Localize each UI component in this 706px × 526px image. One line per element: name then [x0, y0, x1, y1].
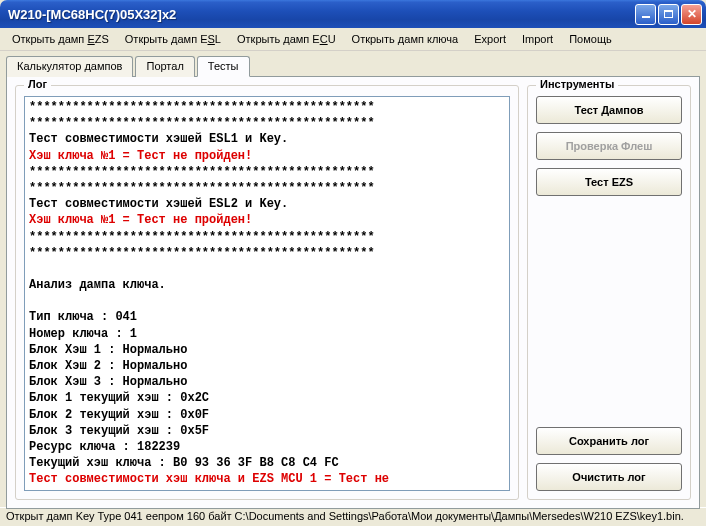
status-text: Открыт дамп Key Type 041 еепром 160 байт… — [6, 510, 684, 522]
log-textarea[interactable]: ****************************************… — [24, 96, 510, 491]
log-line: Блок Хэш 3 : Нормально — [29, 374, 505, 390]
log-line: Анализ дампа ключа. — [29, 277, 505, 293]
log-line: Тип ключа : 041 — [29, 309, 505, 325]
log-line: Тест совместимости хэш ключа и EZS MCU 1… — [29, 471, 505, 487]
log-line: Ресурс ключа : 182239 — [29, 439, 505, 455]
tab-portal[interactable]: Портал — [135, 56, 194, 77]
log-line: ****************************************… — [29, 164, 505, 180]
tab-calculator[interactable]: Калькулятор дампов — [6, 56, 133, 77]
log-groupbox: Лог ************************************… — [15, 85, 519, 500]
log-line — [29, 293, 505, 309]
menu-import[interactable]: Import — [516, 31, 559, 47]
menubar: Открыть дамп EZS Открыть дамп ESL Открыт… — [0, 28, 706, 51]
log-line: Хэш ключа №1 = Тест не пройден! — [29, 148, 505, 164]
client-area: Калькулятор дампов Портал Тесты Лог ****… — [0, 51, 706, 507]
menu-export[interactable]: Export — [468, 31, 512, 47]
tab-panel-tests: Лог ************************************… — [6, 76, 700, 509]
menu-open-esl[interactable]: Открыть дамп ESL — [119, 31, 227, 47]
log-line: ****************************************… — [29, 180, 505, 196]
log-line: ****************************************… — [29, 99, 505, 115]
log-line: Блок 2 текущий хэш : 0x0F — [29, 407, 505, 423]
tabstrip: Калькулятор дампов Портал Тесты — [6, 56, 700, 77]
log-line: ****************************************… — [29, 229, 505, 245]
test-dumps-button[interactable]: Тест Дампов — [536, 96, 682, 124]
statusbar: Открыт дамп Key Type 041 еепром 160 байт… — [0, 507, 706, 526]
log-line: Блок Хэш 2 : Нормально — [29, 358, 505, 374]
titlebar: W210-[MC68HC(7)05X32]x2 ✕ — [0, 0, 706, 28]
minimize-button[interactable] — [635, 4, 656, 25]
tab-tests[interactable]: Тесты — [197, 56, 250, 77]
log-line: Блок Хэш 1 : Нормально — [29, 342, 505, 358]
menu-open-ezs[interactable]: Открыть дамп EZS — [6, 31, 115, 47]
tools-groupbox: Инструменты Тест Дампов Проверка Флеш Те… — [527, 85, 691, 500]
window-title: W210-[MC68HC(7)05X32]x2 — [8, 7, 633, 22]
log-line: Хэш ключа №1 = Тест не пройден! — [29, 212, 505, 228]
log-line: Тест совместимости хэшей ESL1 и Key. — [29, 131, 505, 147]
log-line: Номер ключа : 1 — [29, 326, 505, 342]
save-log-button[interactable]: Сохранить лог — [536, 427, 682, 455]
log-line: Тест совместимости хэшей ESL2 и Key. — [29, 196, 505, 212]
tools-title: Инструменты — [536, 78, 618, 90]
log-line: ****************************************… — [29, 245, 505, 261]
menu-open-key[interactable]: Открыть дамп ключа — [346, 31, 465, 47]
menu-help[interactable]: Помощь — [563, 31, 618, 47]
test-ezs-button[interactable]: Тест EZS — [536, 168, 682, 196]
menu-open-ecu[interactable]: Открыть дамп ECU — [231, 31, 342, 47]
clear-log-button[interactable]: Очистить лог — [536, 463, 682, 491]
log-line: Блок 1 текущий хэш : 0x2C — [29, 390, 505, 406]
maximize-button[interactable] — [658, 4, 679, 25]
log-line: Блок 3 текущий хэш : 0x5F — [29, 423, 505, 439]
log-line: Текущий хэш ключа : B0 93 36 3F B8 C8 C4… — [29, 455, 505, 471]
close-button[interactable]: ✕ — [681, 4, 702, 25]
log-title: Лог — [24, 78, 51, 90]
check-flash-button[interactable]: Проверка Флеш — [536, 132, 682, 160]
log-line: ****************************************… — [29, 115, 505, 131]
log-line — [29, 261, 505, 277]
